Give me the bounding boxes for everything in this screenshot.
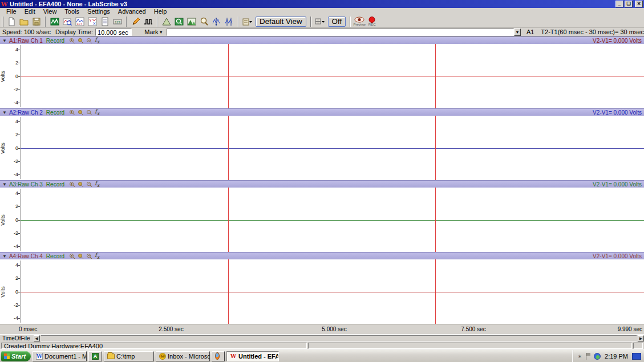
display-time-input[interactable]: 10.000 sec xyxy=(95,29,132,36)
menu-view[interactable]: View xyxy=(39,8,61,15)
default-view-button[interactable]: Default View xyxy=(256,17,306,27)
cursor-t1-line[interactable] xyxy=(228,188,229,252)
zoom-in-icon[interactable] xyxy=(69,253,75,259)
xy-window-button[interactable]: YX xyxy=(86,16,99,27)
channel-name[interactable]: A2:Raw Ch 2 xyxy=(9,109,43,116)
channel-mode-menu[interactable]: Record xyxy=(46,109,64,116)
scroll-left-icon[interactable]: ◀ xyxy=(34,335,40,341)
function-icon[interactable]: fx xyxy=(95,180,99,188)
function-icon[interactable]: fx xyxy=(95,252,99,260)
zoom-out-icon[interactable] xyxy=(86,181,92,188)
autoscale-icon[interactable] xyxy=(78,253,84,259)
collapse-arrow-icon[interactable]: ▼ xyxy=(2,110,7,115)
channel-plot-a1[interactable]: Volts 4 2 0 -2 -4 xyxy=(0,44,644,108)
x-tick-label: 5.000 sec xyxy=(322,326,346,332)
taskbar-clock: 2:19 PM xyxy=(604,353,629,360)
channel-name[interactable]: A4:Raw Ch 4 xyxy=(9,253,43,259)
menu-advanced[interactable]: Advanced xyxy=(114,8,150,15)
collapse-arrow-icon[interactable]: ▼ xyxy=(2,38,7,43)
network-icon[interactable] xyxy=(594,353,601,360)
double-cursor-button[interactable] xyxy=(223,16,236,27)
channel-name[interactable]: A3:Raw Ch 3 xyxy=(9,181,43,188)
autoscale-icon[interactable] xyxy=(78,181,84,188)
channel-plot-a3[interactable]: Volts 4 2 0 -2 -4 xyxy=(0,188,644,252)
channel-plot-a2[interactable]: Volts 4 2 0 -2 -4 xyxy=(0,116,644,180)
counter-button[interactable]: 123 xyxy=(111,16,124,27)
close-button[interactable]: ✕ xyxy=(635,1,643,7)
single-cursor-button[interactable] xyxy=(210,16,223,27)
menu-help[interactable]: Help xyxy=(150,8,171,15)
scroll-track[interactable] xyxy=(41,335,637,341)
mark-combo-arrow-icon[interactable]: ▼ xyxy=(514,29,521,36)
marks-button[interactable] xyxy=(129,16,142,27)
mark-input[interactable] xyxy=(167,29,515,36)
maximize-button[interactable]: ❏ xyxy=(625,1,633,7)
zoom-in-icon[interactable] xyxy=(69,38,75,44)
collapse-arrow-icon[interactable]: ▼ xyxy=(2,182,7,187)
taskbar-item-firefox[interactable] xyxy=(212,351,225,361)
cursor-t2-line[interactable] xyxy=(435,44,436,108)
zoom-in-icon[interactable] xyxy=(69,181,75,188)
channel-name[interactable]: A1:Raw Ch 1 xyxy=(9,38,43,44)
zoom-out-icon[interactable] xyxy=(86,109,92,116)
zoom-between-cursors-button[interactable] xyxy=(198,16,210,27)
menu-edit[interactable]: Edit xyxy=(21,8,39,15)
y-tick: 2 xyxy=(6,275,18,281)
fft-window-button[interactable]: FFT xyxy=(74,16,86,27)
taskbar-item-labscribe[interactable]: W Untitled - EFA40... xyxy=(226,351,279,361)
cursor-t2-line[interactable] xyxy=(435,188,436,252)
zoom-in-button[interactable] xyxy=(173,16,185,27)
firefox-icon xyxy=(215,352,220,360)
zoom-in-icon[interactable] xyxy=(69,109,75,116)
stimulator-button[interactable] xyxy=(142,16,155,27)
open-file-button[interactable] xyxy=(18,16,30,27)
menu-file[interactable]: File xyxy=(2,8,21,15)
preview-button[interactable]: Preview xyxy=(353,16,366,27)
channel-mode-menu[interactable]: Record xyxy=(46,181,64,188)
collapse-arrow-icon[interactable]: ▼ xyxy=(2,254,7,259)
cursor-t2-line[interactable] xyxy=(435,259,436,324)
taskbar-item-explorer[interactable]: C:\tmp xyxy=(104,351,154,361)
flag-icon[interactable] xyxy=(586,353,591,360)
stimulator-off-button[interactable]: Off xyxy=(328,17,346,27)
taskbar-item-word[interactable]: W Document1 - Micr... xyxy=(33,351,87,361)
svg-text:FFT: FFT xyxy=(77,22,82,26)
main-window-button[interactable] xyxy=(48,16,61,27)
cursor-t1-line[interactable] xyxy=(228,259,229,324)
hide-icons-chevron-icon[interactable]: ∗ xyxy=(577,353,583,359)
time-mode-label[interactable]: TimeOfFile xyxy=(2,335,30,341)
autoscale-icon[interactable] xyxy=(78,38,84,44)
taskbar-item-outlook[interactable]: ✉ Inbox - Microsoft ... xyxy=(156,351,210,361)
function-icon[interactable]: fx xyxy=(95,108,99,116)
y-tick: -4 xyxy=(6,315,18,321)
analysis-window-button[interactable] xyxy=(61,16,74,27)
channel-mode-menu[interactable]: Record xyxy=(46,38,64,44)
zoom-out-icon[interactable] xyxy=(86,38,92,44)
minimize-button[interactable]: _ xyxy=(615,1,623,7)
cursor-t1-line[interactable] xyxy=(228,44,229,108)
channel-mode-menu[interactable]: Record xyxy=(46,253,64,259)
stimulator-panel-icon[interactable] xyxy=(314,16,326,27)
channel-plot-a4[interactable]: Volts 4 2 0 -2 -4 xyxy=(0,259,644,324)
mark-dropdown-icon[interactable]: ▼ xyxy=(159,30,163,34)
toolbar-grip[interactable] xyxy=(2,17,3,27)
cursor-t1-line[interactable] xyxy=(228,116,229,180)
save-button[interactable] xyxy=(30,16,43,27)
record-button[interactable]: REC xyxy=(366,16,378,27)
taskbar-item-app[interactable]: A xyxy=(88,351,102,361)
scroll-right-icon[interactable]: ▶ xyxy=(638,335,644,341)
channel-header-a1: ▼ A1:Raw Ch 1 Record fx V2-V1= 0.000 Vol… xyxy=(0,36,644,44)
autoscale-icon[interactable] xyxy=(78,109,84,116)
start-button[interactable]: Start xyxy=(1,351,31,361)
menu-tools[interactable]: Tools xyxy=(60,8,83,15)
autoscale-button[interactable] xyxy=(160,16,173,27)
new-file-button[interactable] xyxy=(5,16,18,27)
cursor-t2-line[interactable] xyxy=(435,116,436,180)
menu-settings[interactable]: Settings xyxy=(83,8,114,15)
function-icon[interactable]: fx xyxy=(95,36,99,44)
tray-edge-icon[interactable] xyxy=(632,353,641,360)
journal-button[interactable] xyxy=(99,16,111,27)
zoom-out-icon[interactable] xyxy=(86,253,92,259)
zoom-full-button[interactable] xyxy=(185,16,198,27)
views-menu-icon[interactable] xyxy=(241,16,254,27)
